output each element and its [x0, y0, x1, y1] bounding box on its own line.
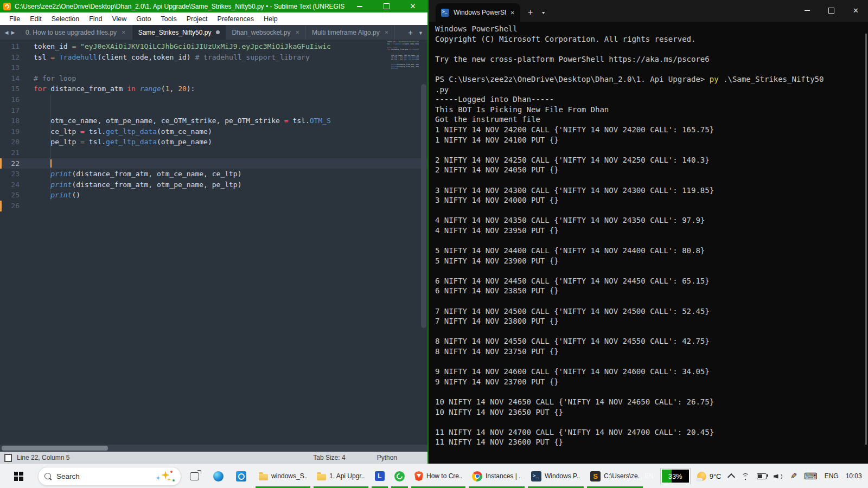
menu-preferences[interactable]: Preferences: [213, 15, 259, 23]
tab-modified-dot[interactable]: [216, 30, 220, 34]
code-line[interactable]: 25 print(): [0, 190, 427, 201]
taskbar-app-edge[interactable]: [208, 464, 228, 488]
editor-tab[interactable]: Multi timeframe Algo.py: [306, 25, 395, 40]
terminal-tab-close-icon[interactable]: [510, 10, 515, 16]
volume-icon[interactable]: [774, 473, 783, 480]
tab-label: Dhan_websocket.py: [232, 29, 290, 36]
code-line[interactable]: 15for distance_from_atm in range(1, 20):: [0, 84, 427, 94]
code-text: otm_ce_name, otm_pe_name, ce_OTM_strike,…: [27, 115, 331, 126]
wifi-icon[interactable]: [741, 473, 750, 479]
tab-overflow-icon[interactable]: [418, 29, 423, 36]
clock[interactable]: 10:03: [846, 472, 862, 480]
tab-nav-arrows[interactable]: [0, 25, 20, 40]
menu-tools[interactable]: Tools: [156, 15, 181, 23]
line-number: 26: [0, 201, 27, 211]
tab-next-icon[interactable]: [11, 30, 15, 35]
tab-prev-icon[interactable]: [5, 30, 9, 35]
code-line[interactable]: 16: [0, 94, 427, 105]
terminal-line: 10 NIFTY 14 NOV 24650 CALL {'NIFTY 14 NO…: [435, 397, 868, 407]
tab-close-icon[interactable]: [295, 30, 299, 35]
code-line[interactable]: 20 pe_ltp = tsl.get_ltp_data(otm_pe_name…: [0, 137, 427, 147]
hidden-icons-chevron[interactable]: [727, 473, 735, 481]
tab-close-icon[interactable]: [122, 30, 126, 35]
menu-goto[interactable]: Goto: [131, 15, 156, 23]
battery-percentage-widget[interactable]: 33%: [661, 468, 690, 484]
terminal-line: 5 NIFTY 14 NOV 24400 CALL {'NIFTY 14 NOV…: [435, 246, 868, 256]
taskbar-app-label: 1. Api Upgr...: [329, 472, 365, 480]
terminal-line: [435, 266, 868, 276]
code-line[interactable]: 26: [0, 201, 427, 211]
menu-project[interactable]: Project: [182, 15, 213, 23]
taskbar-app-linkedin[interactable]: L: [370, 464, 390, 488]
minimap[interactable]: token_id = "eyJ0eXAiOiJKV1QiLCJhbGciOiJI…: [387, 41, 419, 72]
terminal-minimize-button[interactable]: [795, 0, 819, 21]
sublime-titlebar[interactable]: C:\Users\zee2z\OneDrive\Desktop\Dhan_2.0…: [0, 0, 427, 12]
editor-vertical-scrollbar[interactable]: [421, 84, 426, 328]
code-line[interactable]: 13: [0, 62, 427, 73]
code-line[interactable]: 24 print(distance_from_atm, otm_pe_name,…: [0, 179, 427, 190]
taskbar-app-whatsapp[interactable]: [390, 464, 410, 488]
horizontal-scroll-thumb[interactable]: [2, 446, 108, 451]
search-placeholder: Search: [56, 472, 150, 480]
terminal-output[interactable]: Windows PowerShellCopyright (C) Microsof…: [429, 22, 868, 447]
code-text: pe_ltp = tsl.get_ltp_data(otm_pe_name): [27, 137, 212, 147]
taskbar-app-powershell[interactable]: Windows P...: [526, 464, 585, 488]
menu-selection[interactable]: Selection: [47, 15, 84, 23]
taskbar-app-folder[interactable]: 1. Api Upgr...: [312, 464, 370, 488]
touch-keyboard-icon[interactable]: [804, 471, 818, 482]
menu-view[interactable]: View: [107, 15, 131, 23]
tab-dropdown-icon[interactable]: [541, 10, 546, 16]
tab-close-icon[interactable]: [385, 30, 389, 35]
sublime-close-button[interactable]: [401, 0, 424, 12]
vcs-icon[interactable]: [4, 454, 12, 462]
terminal-scrollbar[interactable]: [865, 34, 867, 445]
code-editor[interactable]: 11token_id = "eyJ0eXAiOiJKV1QiLCJhbGciOi…: [0, 40, 427, 445]
powershell-icon: [441, 9, 449, 17]
sublime-logo-icon: [3, 3, 11, 10]
code-line[interactable]: 18 otm_ce_name, otm_pe_name, ce_OTM_stri…: [0, 115, 427, 126]
syntax-label[interactable]: Python: [377, 454, 397, 461]
code-line[interactable]: 11token_id = "eyJ0eXAiOiJKV1QiLCJhbGciOi…: [0, 41, 427, 52]
code-text: [27, 158, 34, 169]
taskbar-app-sublime[interactable]: SC:\Users\ze...: [585, 464, 644, 488]
sublime-menubar: FileEditSelectionFindViewGotoToolsProjec…: [0, 12, 427, 25]
search-box[interactable]: Search: [38, 467, 181, 486]
weather-widget[interactable]: 9°C: [697, 472, 722, 481]
menu-file[interactable]: File: [4, 15, 25, 23]
terminal-maximize-button[interactable]: [819, 0, 844, 21]
menu-find[interactable]: Find: [84, 15, 107, 23]
editor-horizontal-scrollbar[interactable]: [0, 445, 427, 452]
editor-tab[interactable]: 0. How to use upgraded files.py: [20, 25, 132, 40]
editor-tab[interactable]: Dhan_websocket.py: [226, 25, 306, 40]
new-tab-button[interactable]: [528, 8, 533, 17]
task-view-button[interactable]: [184, 464, 204, 488]
editor-tab[interactable]: Same_Strikes_Nifty50.py: [132, 25, 226, 40]
battery-icon[interactable]: [757, 473, 767, 479]
code-line[interactable]: 12tsl = Tradehull(client_code,token_id) …: [0, 52, 427, 63]
code-line[interactable]: 14# for loop: [0, 73, 427, 84]
taskbar-app-outlook[interactable]: [231, 464, 251, 488]
code-line[interactable]: 21: [0, 147, 427, 158]
new-file-tab-button[interactable]: [408, 28, 413, 37]
code-line[interactable]: 23 print(distance_from_atm, otm_ce_name,…: [0, 169, 427, 179]
sublime-window-title: C:\Users\zee2z\OneDrive\Desktop\Dhan_2.0…: [15, 3, 344, 10]
language-indicator[interactable]: ENG: [825, 472, 839, 480]
pen-icon[interactable]: [790, 471, 797, 481]
code-line[interactable]: 19 ce_ltp = tsl.get_ltp_data(otm_ce_name…: [0, 126, 427, 137]
menu-edit[interactable]: Edit: [25, 15, 47, 23]
terminal-close-button[interactable]: [844, 0, 868, 21]
taskbar-app-chrome[interactable]: Instances | ...: [467, 464, 526, 488]
tab-size-label[interactable]: Tab Size: 4: [313, 454, 345, 461]
powershell-icon: [531, 471, 541, 481]
code-line[interactable]: 17: [0, 105, 427, 116]
sublime-maximize-button[interactable]: [375, 0, 398, 12]
terminal-line: 1 NIFTY 14 NOV 24200 CALL {'NIFTY 14 NOV…: [435, 125, 868, 135]
code-line[interactable]: 22: [0, 158, 427, 169]
sublime-minimize-button[interactable]: [348, 0, 371, 12]
taskbar-app-brave[interactable]: How to Cre...: [410, 464, 467, 488]
code-text: print(): [27, 190, 80, 201]
taskbar-app-folder[interactable]: windows_S...: [254, 464, 312, 488]
start-button[interactable]: [7, 464, 30, 488]
menu-help[interactable]: Help: [259, 15, 283, 23]
terminal-tab-powershell[interactable]: Windows PowerShell: [436, 3, 520, 22]
